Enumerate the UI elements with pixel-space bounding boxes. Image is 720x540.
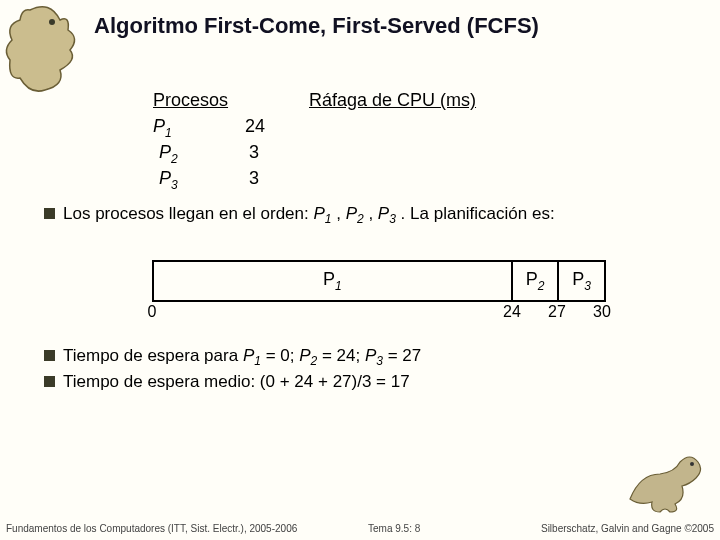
bullet-arrival-order: Los procesos llegan en el orden: P1 , P2… (44, 204, 555, 226)
process-table: Procesos Ráfaga de CPU (ms) P1 24 P2 3 P… (153, 90, 489, 194)
tick-30: 30 (593, 303, 611, 321)
bullet-icon (44, 350, 55, 361)
gantt-axis: 0 24 27 30 (152, 303, 602, 323)
footer-center: Tema 9.5: 8 (368, 523, 420, 534)
table-row: P2 3 (153, 142, 489, 168)
page-title: Algoritmo First-Come, First-Served (FCFS… (94, 13, 539, 39)
dino-bottom-icon (620, 444, 710, 514)
gantt-seg-p2: P2 (513, 262, 560, 300)
table-row: P3 3 (153, 168, 489, 194)
tick-27: 27 (548, 303, 566, 321)
svg-point-1 (690, 462, 694, 466)
dino-top-icon (0, 0, 88, 98)
footer-left: Fundamentos de los Computadores (ITT, Si… (6, 523, 297, 534)
tick-24: 24 (503, 303, 521, 321)
bullet-avg-wait: Tiempo de espera medio: (0 + 24 + 27)/3 … (44, 372, 410, 392)
svg-point-0 (49, 19, 55, 25)
gantt-chart: P1 P2 P3 (152, 260, 606, 302)
footer-right: Silberschatz, Galvin and Gagne ©2005 (541, 523, 714, 534)
table-row: P1 24 (153, 116, 489, 142)
tick-0: 0 (148, 303, 157, 321)
hdr-procesos: Procesos (153, 90, 239, 111)
bullet-wait-times: Tiempo de espera para P1 = 0; P2 = 24; P… (44, 346, 421, 368)
gantt-seg-p3: P3 (559, 262, 604, 300)
hdr-rafaga: Ráfaga de CPU (ms) (309, 90, 489, 111)
bullet-icon (44, 376, 55, 387)
bullet-icon (44, 208, 55, 219)
gantt-seg-p1: P1 (154, 262, 513, 300)
